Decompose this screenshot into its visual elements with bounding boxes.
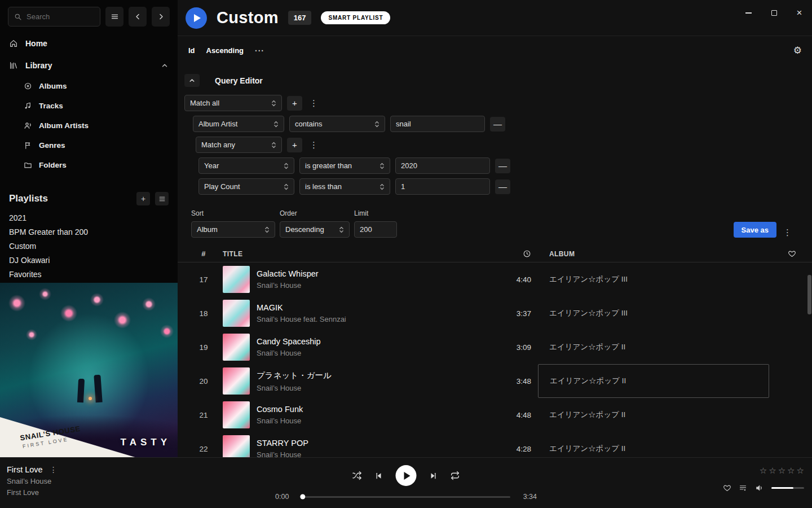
- minimize-button[interactable]: [736, 0, 761, 26]
- rule-value-input[interactable]: [395, 157, 490, 174]
- sort-direction-button[interactable]: Ascending: [206, 46, 244, 55]
- sidebar-item-library[interactable]: Library: [0, 54, 178, 76]
- track-row[interactable]: 21 Cosmo Funk Snail’s House 4:48 エイリアン☆ポ…: [178, 398, 812, 432]
- column-header-duration[interactable]: [486, 249, 531, 258]
- playlist-item[interactable]: 2021: [0, 211, 178, 225]
- track-row[interactable]: 20 プラネット・ガール Snail’s House 3:48 エイリアン☆ポッ…: [178, 364, 812, 398]
- updown-icon: [379, 183, 385, 191]
- sort-field-button[interactable]: Id: [188, 46, 195, 55]
- playlist-item[interactable]: Custom: [0, 239, 178, 253]
- column-header-index[interactable]: #: [191, 249, 216, 258]
- nav-forward-button[interactable]: [152, 7, 170, 27]
- track-album[interactable]: エイリアン☆ポップ II: [538, 432, 769, 457]
- now-playing-cover-art[interactable]: SNAIL’S HOUSE FIRST LOVE TASTY: [0, 283, 178, 457]
- remove-rule-button[interactable]: —: [490, 117, 505, 132]
- now-playing-title[interactable]: First Love: [7, 465, 43, 474]
- match-type-select[interactable]: Match all: [184, 95, 282, 111]
- repeat-button[interactable]: [451, 471, 460, 480]
- rule-value-input[interactable]: [390, 116, 485, 132]
- save-menu-icon[interactable]: ⋮: [781, 227, 794, 238]
- star-icon[interactable]: ☆: [787, 466, 795, 476]
- sort-select[interactable]: Album: [191, 221, 275, 238]
- remove-rule-button[interactable]: —: [495, 159, 510, 173]
- queue-button[interactable]: [739, 484, 747, 492]
- search-box[interactable]: [8, 7, 100, 27]
- track-artist[interactable]: Snail’s House: [257, 417, 479, 425]
- playlist-item[interactable]: DJ Okawari: [0, 253, 178, 268]
- volume-button[interactable]: [754, 483, 764, 493]
- play-playlist-button[interactable]: [186, 7, 207, 29]
- add-group-rule-button[interactable]: +: [287, 138, 302, 152]
- nav-back-button[interactable]: [129, 7, 147, 27]
- track-row[interactable]: 18 MAGIK Snail’s House feat. Sennzai 3:3…: [178, 296, 812, 330]
- track-artist[interactable]: Snail’s House: [257, 349, 479, 357]
- track-album[interactable]: エイリアン☆ポップ III: [538, 296, 769, 330]
- rule-field-select[interactable]: Album Artist: [193, 116, 284, 132]
- rule-operator-select[interactable]: is greater than: [299, 157, 390, 174]
- remove-rule-button[interactable]: —: [495, 179, 510, 194]
- column-header-album[interactable]: ALBUM: [538, 250, 769, 258]
- now-playing-album[interactable]: First Love: [7, 488, 58, 497]
- now-playing-menu-icon[interactable]: ⋮: [50, 465, 58, 474]
- close-button[interactable]: ×: [787, 0, 812, 26]
- sidebar-item-genres[interactable]: Genres: [0, 135, 178, 155]
- playlist-item[interactable]: Favorites: [0, 268, 178, 282]
- play-pause-button[interactable]: [396, 465, 417, 486]
- track-row[interactable]: 19 Candy Spaceship Snail’s House 3:09 エイ…: [178, 330, 812, 364]
- column-header-favorite[interactable]: [776, 249, 807, 258]
- add-rule-button[interactable]: +: [287, 96, 302, 111]
- track-album[interactable]: エイリアン☆ポップ II: [538, 330, 769, 364]
- query-editor: Query Editor Match all + ⋮ Album Artist: [178, 62, 812, 238]
- progress-bar[interactable]: [302, 496, 510, 498]
- star-icon[interactable]: ☆: [797, 466, 804, 476]
- track-artist[interactable]: Snail’s House: [257, 281, 479, 290]
- track-artist[interactable]: Snail’s House feat. Sennzai: [257, 315, 479, 323]
- rule-operator-select[interactable]: is less than: [299, 178, 390, 195]
- limit-input[interactable]: [354, 221, 397, 238]
- playlist-item[interactable]: BPM Greater than 200: [0, 225, 178, 239]
- more-options-icon[interactable]: ···: [255, 46, 264, 55]
- volume-slider[interactable]: [771, 487, 804, 489]
- now-playing-artist[interactable]: Snail’s House: [7, 477, 58, 485]
- add-playlist-button[interactable]: +: [136, 192, 150, 205]
- collapse-query-editor-button[interactable]: [184, 74, 200, 87]
- scrollbar-thumb[interactable]: [807, 275, 811, 314]
- shuffle-button[interactable]: [352, 471, 362, 480]
- track-album[interactable]: エイリアン☆ポップ II: [538, 364, 769, 398]
- gear-icon[interactable]: ⚙: [793, 45, 802, 56]
- star-icon[interactable]: ☆: [760, 466, 767, 476]
- playlist-list-view-button[interactable]: [155, 192, 169, 205]
- track-album[interactable]: エイリアン☆ポップ II: [538, 398, 769, 432]
- previous-track-button[interactable]: [374, 471, 383, 480]
- progress-knob[interactable]: [300, 494, 305, 500]
- order-select[interactable]: Descending: [280, 221, 350, 238]
- sidebar-item-albums[interactable]: Albums: [0, 76, 178, 96]
- sidebar-item-home[interactable]: Home: [0, 32, 178, 54]
- sidebar-item-folders[interactable]: Folders: [0, 155, 178, 175]
- maximize-button[interactable]: [761, 0, 787, 26]
- favorite-button[interactable]: [723, 484, 731, 492]
- track-artist[interactable]: Snail’s House: [257, 384, 479, 392]
- track-album[interactable]: エイリアン☆ポップ III: [538, 262, 769, 296]
- collapse-chevron-icon[interactable]: [161, 62, 169, 69]
- rule-value-input[interactable]: [395, 178, 490, 195]
- track-row[interactable]: 17 Galactic Whisper Snail’s House 4:40 エ…: [178, 262, 812, 296]
- save-as-button[interactable]: Save as: [734, 222, 776, 238]
- player-bar: First Love ⋮ Snail’s House First Love: [0, 457, 812, 508]
- column-header-title[interactable]: TITLE: [223, 250, 479, 258]
- sidebar-item-tracks[interactable]: Tracks: [0, 96, 178, 116]
- track-row[interactable]: 22 STARRY POP Snail’s House 4:28 エイリアン☆ポ…: [178, 432, 812, 457]
- menu-button[interactable]: [105, 7, 123, 27]
- track-artist[interactable]: Snail’s House: [257, 450, 479, 457]
- rule-field-select[interactable]: Play Count: [198, 178, 294, 195]
- star-icon[interactable]: ☆: [769, 466, 776, 476]
- rule-operator-select[interactable]: contains: [289, 116, 385, 132]
- star-icon[interactable]: ☆: [778, 466, 785, 476]
- rule-field-select[interactable]: Year: [198, 157, 294, 174]
- search-input[interactable]: [27, 12, 94, 21]
- next-track-button[interactable]: [429, 471, 438, 480]
- rule-group-menu-icon[interactable]: ⋮: [307, 98, 320, 108]
- sidebar-item-album-artists[interactable]: Album Artists: [0, 116, 178, 135]
- group-match-type-select[interactable]: Match any: [196, 137, 282, 153]
- group-menu-icon[interactable]: ⋮: [307, 140, 320, 150]
